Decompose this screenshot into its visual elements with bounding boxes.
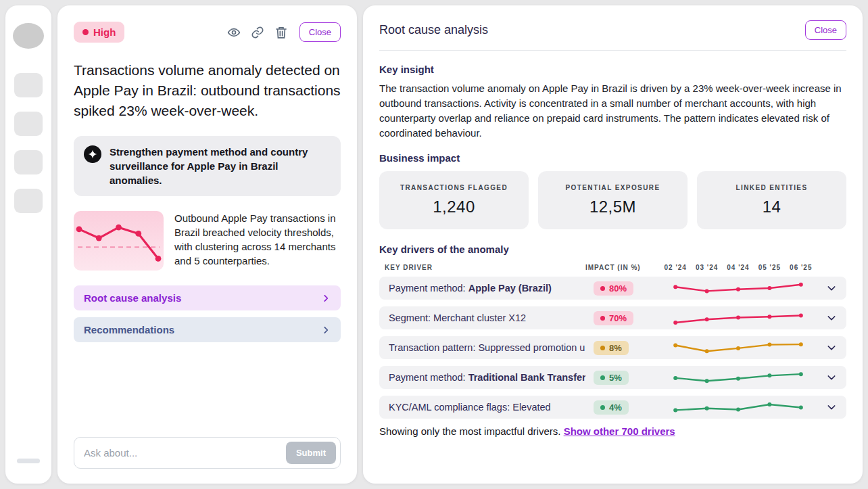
insight-text: Outbound Apple Pay transactions in Brazi… [174, 211, 341, 268]
col-months: 02 '2403 '2404 '2405 '2506 '25 [660, 264, 817, 271]
stats-row: TRANSACTIONS FLAGGED 1,240 POTENTIAL EXP… [379, 171, 846, 229]
trash-icon[interactable] [274, 26, 288, 39]
driver-sparkline [660, 306, 817, 329]
chevron-right-icon [321, 294, 331, 303]
col-impact: IMPACT (IN %) [585, 264, 660, 271]
driver-row[interactable]: Payment method: Apple Pay (Brazil) 80% [379, 277, 846, 300]
severity-badge: High [74, 22, 124, 43]
sidebar-item-4[interactable] [14, 189, 43, 213]
month-label: 04 '24 [723, 264, 754, 271]
drivers-table: Payment method: Apple Pay (Brazil) 80% S… [379, 277, 846, 419]
nav-label: Recommendations [84, 324, 174, 335]
stat-label: POTENTIAL EXPOSURE [565, 184, 660, 191]
nav-label: Root cause analysis [84, 292, 181, 304]
chevron-down-icon[interactable] [817, 372, 846, 383]
panel-title: Root cause analysis [379, 23, 488, 37]
nav-root-cause-analysis[interactable]: Root cause analysis [74, 285, 341, 310]
sidebar-item-2[interactable] [14, 112, 43, 136]
sidebar-footer-pill [17, 459, 40, 463]
sparkle-icon [84, 145, 101, 163]
driver-label: Segment: Merchant cluster X12 [379, 312, 585, 323]
recommendation-text: Strengthen payment method and country su… [110, 145, 331, 187]
driver-sparkline [660, 277, 817, 300]
month-label: 02 '24 [660, 264, 691, 271]
stat-potential-exposure: POTENTIAL EXPOSURE 12,5M [538, 171, 688, 229]
submit-button[interactable]: Submit [286, 442, 336, 464]
ask-input[interactable] [84, 447, 286, 459]
impact-dot-icon [600, 405, 605, 410]
footer-text: Showing only the most impactful drivers. [379, 425, 564, 437]
drivers-table-header: KEY DRIVER IMPACT (IN %) 02 '2403 '2404 … [379, 264, 846, 277]
drivers-footer: Showing only the most impactful drivers.… [379, 425, 846, 437]
stat-value: 12,5M [589, 197, 636, 216]
show-other-drivers-link[interactable]: Show other 700 drivers [564, 425, 675, 437]
sidebar-item-1[interactable] [14, 73, 43, 97]
severity-dot-icon [82, 29, 89, 35]
month-label: 06 '25 [786, 264, 817, 271]
alert-header: High Close [74, 22, 341, 43]
impact-badge: 8% [594, 341, 629, 355]
stat-linked-entities: LINKED ENTITIES 14 [697, 171, 846, 229]
chevron-down-icon[interactable] [817, 283, 846, 294]
impact-dot-icon [600, 316, 605, 321]
link-icon[interactable] [251, 26, 264, 39]
driver-row[interactable]: KYC/AML compliance flags: Elevated 4% [379, 396, 846, 419]
sidebar-item-3[interactable] [14, 150, 43, 174]
recommendation-box: Strengthen payment method and country su… [74, 136, 341, 196]
driver-sparkline [660, 396, 817, 419]
driver-label: Payment method: Traditional Bank Transfe… [379, 372, 585, 383]
impact-badge: 5% [594, 371, 629, 385]
stat-label: LINKED ENTITIES [736, 184, 807, 191]
business-impact-heading: Business impact [379, 152, 846, 164]
insight-row: Outbound Apple Pay transactions in Brazi… [74, 211, 341, 271]
analysis-panel: Root cause analysis Close Key insight Th… [363, 5, 863, 484]
driver-sparkline [660, 366, 817, 389]
stat-label: TRANSACTIONS FLAGGED [400, 184, 508, 191]
close-button[interactable]: Close [805, 20, 846, 40]
drivers-heading: Key drivers of the anomaly [379, 243, 846, 255]
driver-row[interactable]: Segment: Merchant cluster X12 70% [379, 306, 846, 329]
impact-dot-icon [600, 346, 605, 350]
app-sidebar [5, 5, 51, 484]
chevron-down-icon[interactable] [817, 402, 846, 413]
eye-icon[interactable] [227, 26, 241, 39]
stat-value: 14 [763, 197, 781, 216]
driver-label: KYC/AML compliance flags: Elevated [379, 402, 585, 413]
avatar[interactable] [13, 23, 44, 49]
analysis-header: Root cause analysis Close [379, 20, 846, 40]
driver-sparkline [660, 336, 817, 359]
chevron-right-icon [321, 325, 331, 335]
col-key-driver: KEY DRIVER [379, 264, 585, 271]
driver-row[interactable]: Payment method: Traditional Bank Transfe… [379, 366, 846, 389]
impact-badge: 80% [594, 281, 633, 296]
ask-bar: Submit [74, 437, 341, 469]
alert-panel: High Close Transactions volume anomaly d… [57, 5, 357, 484]
alert-title: Transactions volume anomaly detected on … [74, 60, 341, 121]
month-label: 03 '24 [691, 264, 722, 271]
month-label: 05 '25 [754, 264, 785, 271]
severity-label: High [93, 26, 116, 38]
impact-badge: 4% [594, 400, 629, 415]
chevron-down-icon[interactable] [817, 312, 846, 323]
impact-dot-icon [600, 286, 605, 291]
impact-dot-icon [600, 375, 605, 380]
stat-value: 1,240 [433, 197, 475, 216]
driver-row[interactable]: Transaction pattern: Suppressed promotio… [379, 336, 846, 359]
driver-label: Payment method: Apple Pay (Brazil) [379, 283, 585, 294]
key-insight-text: The transaction volume anomaly on Apple … [379, 81, 846, 141]
anomaly-mini-chart [74, 211, 164, 271]
close-button[interactable]: Close [299, 22, 341, 42]
stat-transactions-flagged: TRANSACTIONS FLAGGED 1,240 [379, 171, 529, 229]
chevron-down-icon[interactable] [817, 342, 846, 353]
nav-recommendations[interactable]: Recommendations [74, 317, 341, 342]
key-insight-heading: Key insight [379, 64, 846, 75]
impact-badge: 70% [594, 311, 633, 325]
driver-label: Transaction pattern: Suppressed promotio… [379, 342, 585, 353]
divider [379, 50, 846, 51]
